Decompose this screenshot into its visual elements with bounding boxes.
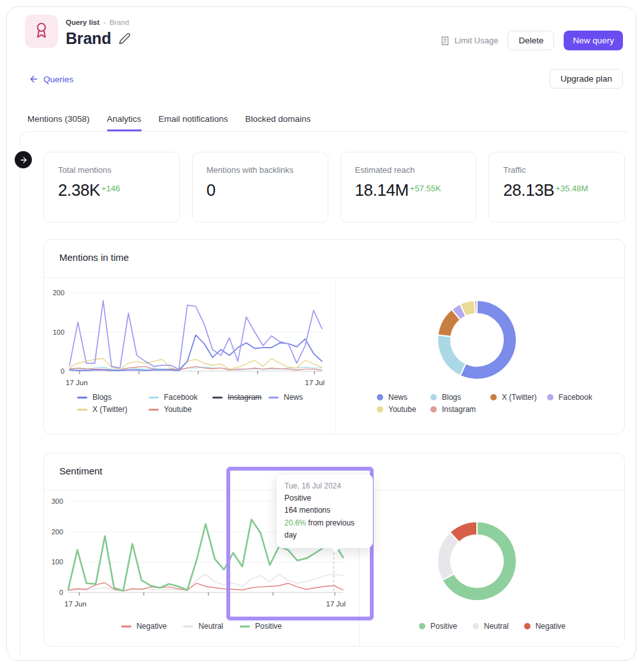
award-ribbon-icon [33,21,50,41]
stat-value: 2.38K [58,180,100,200]
limit-usage-label: Limit Usage [455,36,499,45]
tooltip-mentions: 164 mentions [284,504,365,517]
sentiment-card-title: Sentiment [59,465,103,476]
mentions-line-legend: BlogsFacebookInstagramNewsX (Twitter)You… [77,393,303,417]
arrow-right-icon [19,156,28,165]
legend-label: Blogs [92,393,112,402]
expand-sidebar-button[interactable] [15,151,32,168]
stat-card-estimated-reach: Estimated reach 18.14M+57.55K [340,152,477,223]
breadcrumb: Query list › Brand [66,18,129,26]
tooltip-date: Tue, 16 Jul 2024 [284,480,365,492]
stat-card-total-mentions: Total mentions 2.38K+146 [43,152,180,223]
legend-item-Positive[interactable]: Positive [419,622,457,631]
legend-swatch [419,623,425,629]
mentions-in-time-card: Mentions in time 010020017 Jun17 Jul Blo… [43,239,625,434]
legend-label: Instagram [228,393,261,402]
legend-swatch [121,626,131,627]
legend-swatch [77,397,87,399]
legend-swatch [430,406,437,413]
svg-text:17 Jun: 17 Jun [64,600,87,608]
stat-value: 18.14M [355,180,409,200]
arrow-left-icon [29,74,39,84]
legend-swatch [149,409,159,411]
legend-swatch [547,394,553,400]
legend-swatch [472,623,479,629]
legend-item-Negative[interactable]: Negative [121,622,166,631]
legend-swatch [149,397,159,399]
sentiment-donut-legend: PositiveNeutralNegative [359,622,626,634]
new-query-button[interactable]: New query [564,31,623,50]
tab-email-notifications[interactable]: Email notifications [159,114,228,131]
breadcrumb-current: Brand [110,18,129,26]
legend-swatch [212,397,223,399]
tab-blocked-domains[interactable]: Blocked domains [245,114,311,131]
tab-analytics[interactable]: Analytics [107,114,142,131]
svg-text:0: 0 [61,367,64,375]
back-to-queries-link[interactable]: Queries [29,74,73,84]
legend-label: Negative [536,622,566,631]
legend-item-Neutral[interactable]: Neutral [183,622,223,631]
legend-item-Youtube[interactable]: Youtube [149,405,212,414]
legend-swatch [377,406,383,413]
analytics-panel: Total mentions 2.38K+146 Mentions with b… [20,131,627,657]
breadcrumb-root[interactable]: Query list [66,18,99,26]
stat-delta: +146 [101,184,120,193]
svg-text:100: 100 [52,558,63,566]
legend-item-Positive[interactable]: Positive [240,622,282,631]
legend-label: Neutral [198,622,223,631]
sentiment-donut-chart[interactable] [429,513,525,609]
legend-item-Blogs[interactable]: Blogs [430,393,490,402]
tab-mentions[interactable]: Mentions (3058) [27,114,90,131]
legend-swatch [524,623,531,629]
legend-item-Youtube[interactable]: Youtube [377,405,430,414]
delete-button[interactable]: Delete [508,31,554,50]
stat-label: Mentions with backlinks [207,165,314,175]
mentions-donut-legend: NewsBlogsX (Twitter)FacebookYoutubeInsta… [377,393,592,417]
tooltip-change: 20.6% from previous day [284,517,365,541]
svg-text:17 Jul: 17 Jul [305,379,325,386]
legend-item-Blogs[interactable]: Blogs [77,393,149,402]
divider [335,277,336,434]
mentions-card-title: Mentions in time [59,252,129,263]
app-frame: Query list › Brand Brand Limit Usage [6,6,636,661]
legend-swatch [268,397,279,399]
svg-text:200: 200 [52,528,63,536]
stats-row: Total mentions 2.38K+146 Mentions with b… [43,152,625,223]
series-Negative [68,583,343,591]
page: Query list › Brand Brand Limit Usage [0,0,644,667]
legend-item-X (Twitter)[interactable]: X (Twitter) [490,393,547,402]
legend-item-Facebook[interactable]: Facebook [149,393,212,402]
svg-text:0: 0 [59,589,63,596]
upgrade-plan-button[interactable]: Upgrade plan [550,69,623,89]
mentions-donut-chart[interactable] [429,292,525,388]
legend-swatch [183,626,193,627]
legend-item-Facebook[interactable]: Facebook [547,393,592,402]
limit-usage-button[interactable]: Limit Usage [440,36,499,46]
tooltip-sentiment: Positive [284,492,365,504]
legend-item-Neutral[interactable]: Neutral [472,622,509,631]
svg-text:17 Jun: 17 Jun [66,379,88,386]
back-link-label: Queries [43,75,73,84]
tooltip-change-value: 20.6% [284,518,306,527]
legend-item-News[interactable]: News [268,393,303,402]
stat-label: Estimated reach [355,165,462,175]
legend-item-Instagram[interactable]: Instagram [430,405,490,414]
legend-swatch [240,626,250,627]
legend-item-X (Twitter)[interactable]: X (Twitter) [77,405,149,414]
page-title: Brand [66,29,111,48]
legend-item-Negative[interactable]: Negative [524,622,566,631]
stat-value: 28.13B [503,180,554,200]
legend-label: X (Twitter) [92,405,128,414]
svg-text:100: 100 [53,328,64,336]
legend-label: Youtube [388,405,416,414]
sentiment-line-legend: NegativeNeutralPositive [44,622,359,634]
mentions-line-chart[interactable]: 010020017 Jun17 Jul [48,284,328,390]
legend-label: Positive [255,622,282,631]
legend-label: Facebook [164,393,198,402]
legend-item-News[interactable]: News [377,393,430,402]
edit-pencil-icon[interactable] [119,33,131,45]
chart-tooltip: Tue, 16 Jul 2024 Positive 164 mentions 2… [276,474,373,548]
query-logo [25,15,58,48]
legend-item-Instagram[interactable]: Instagram [212,393,268,402]
legend-label: News [284,393,303,402]
